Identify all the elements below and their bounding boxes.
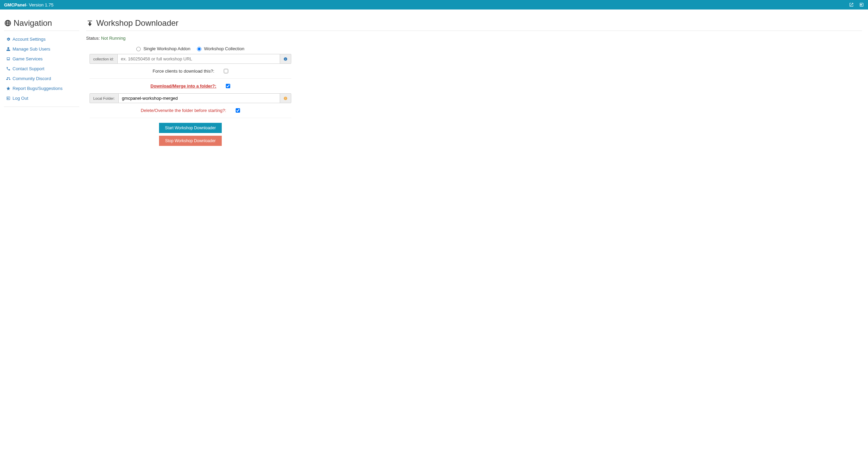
sidebar-item-label: Report Bugs/Suggestions <box>13 86 62 91</box>
collection-id-label: collection id: <box>90 54 118 63</box>
collection-id-group: collection id: <box>90 54 291 64</box>
main-content: Workshop Downloader Status: Not Running … <box>83 10 868 150</box>
delete-folder-label: Delete/Overwrite the folder before start… <box>141 108 226 113</box>
hdd-icon <box>6 57 11 61</box>
page-title: Workshop Downloader <box>86 18 862 28</box>
brand-name: GMCPanel <box>4 2 26 7</box>
warning-icon <box>283 96 288 100</box>
status-line: Status: Not Running <box>86 36 862 41</box>
user-icon <box>6 47 11 51</box>
logout-icon[interactable] <box>859 2 864 7</box>
local-folder-group: Local Folder: <box>90 93 291 103</box>
sidebar-item-log-out[interactable]: Log Out <box>6 96 77 101</box>
collection-id-info[interactable] <box>280 54 291 63</box>
local-folder-input[interactable] <box>119 94 280 103</box>
force-download-label: Force clients to download this?: <box>153 69 214 74</box>
radio-collection-text: Workshop Collection <box>204 46 244 51</box>
delete-folder-checkbox[interactable] <box>236 108 240 113</box>
phone-icon <box>6 66 11 71</box>
brand-separator: - <box>26 2 27 7</box>
radio-single[interactable] <box>136 47 141 51</box>
form-section: Single Workshop Addon Workshop Collectio… <box>90 46 291 146</box>
nav-heading-label: Navigation <box>14 18 52 28</box>
sidebar: Navigation Account Settings Manage Sub U… <box>0 10 83 150</box>
external-link-icon[interactable] <box>849 2 854 7</box>
users-icon <box>6 76 11 81</box>
start-button[interactable]: Start Workshop Downloader <box>159 123 222 133</box>
radio-collection-label[interactable]: Workshop Collection <box>197 46 244 51</box>
sidebar-item-contact-support[interactable]: Contact Support <box>6 66 77 71</box>
radio-single-label[interactable]: Single Workshop Addon <box>136 46 192 51</box>
sidebar-item-label: Community Discord <box>13 76 51 81</box>
sidebar-item-label: Account Settings <box>13 37 46 42</box>
download-icon <box>86 19 94 27</box>
local-folder-info[interactable] <box>280 94 291 103</box>
sidebar-item-label: Game Services <box>13 56 43 61</box>
version-label: Version 1.75 <box>29 2 53 7</box>
gear-icon <box>6 37 11 41</box>
merge-folder-checkbox[interactable] <box>226 84 230 88</box>
page-title-label: Workshop Downloader <box>96 18 178 28</box>
stop-button[interactable]: Stop Workshop Downloader <box>159 136 222 146</box>
star-icon <box>6 86 11 91</box>
force-download-row: Force clients to download this?: <box>90 69 291 79</box>
delete-folder-row: Delete/Overwrite the folder before start… <box>90 108 291 118</box>
globe-icon <box>4 19 12 27</box>
radio-collection[interactable] <box>197 47 201 51</box>
signout-icon <box>6 96 11 100</box>
sidebar-item-community-discord[interactable]: Community Discord <box>6 76 77 81</box>
nav-list: Account Settings Manage Sub Users Game S… <box>4 34 79 103</box>
collection-id-input[interactable] <box>118 54 280 63</box>
local-folder-label: Local Folder: <box>90 94 119 103</box>
nav-heading: Navigation <box>4 18 79 28</box>
topbar: GMCPanel - Version 1.75 <box>0 0 868 10</box>
merge-folder-label[interactable]: Download/Merge into a folder?: <box>151 83 216 89</box>
sidebar-item-manage-sub-users[interactable]: Manage Sub Users <box>6 46 77 52</box>
button-row: Start Workshop Downloader Stop Workshop … <box>90 123 291 146</box>
sidebar-item-account-settings[interactable]: Account Settings <box>6 37 77 42</box>
sidebar-item-game-services[interactable]: Game Services <box>6 56 77 61</box>
sidebar-item-label: Contact Support <box>13 66 44 71</box>
status-value: Not Running <box>101 36 125 41</box>
status-label: Status: <box>86 36 101 41</box>
sidebar-item-report-bugs[interactable]: Report Bugs/Suggestions <box>6 86 77 91</box>
force-download-checkbox[interactable] <box>224 69 228 73</box>
info-icon <box>283 57 288 61</box>
merge-folder-row: Download/Merge into a folder?: <box>90 83 291 89</box>
workshop-type-row: Single Workshop Addon Workshop Collectio… <box>90 46 291 51</box>
sidebar-item-label: Manage Sub Users <box>13 46 50 52</box>
radio-single-text: Single Workshop Addon <box>143 46 191 51</box>
sidebar-item-label: Log Out <box>13 96 28 101</box>
